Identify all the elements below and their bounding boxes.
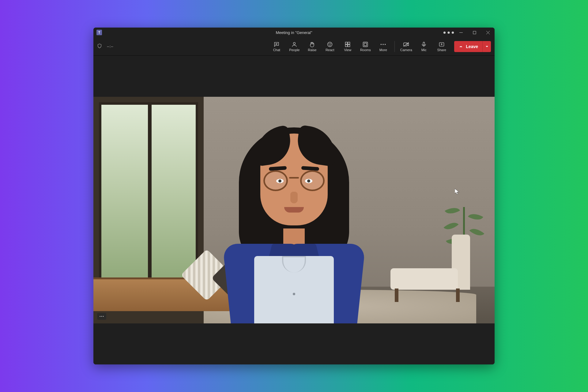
meeting-timer: --:-- — [107, 44, 113, 49]
titlebar: T Meeting in "General" — [93, 28, 495, 37]
participant-video-tile[interactable] — [93, 97, 495, 323]
toolbar-items: Chat People Raise React View Rooms — [268, 39, 491, 55]
svg-rect-22 — [404, 43, 407, 46]
toolbar-separator — [394, 41, 395, 52]
window-title: Meeting in "General" — [276, 30, 312, 35]
view-button[interactable]: View — [339, 39, 356, 55]
svg-point-9 — [293, 42, 296, 44]
svg-rect-15 — [345, 44, 348, 47]
meeting-toolbar: --:-- Chat People Raise React Vi — [93, 37, 495, 56]
video-stage — [93, 56, 495, 364]
camera-button[interactable]: Camera — [398, 39, 414, 55]
chat-button[interactable]: Chat — [268, 39, 285, 55]
people-label: People — [289, 48, 300, 52]
shield-icon[interactable] — [97, 43, 102, 49]
svg-point-11 — [329, 43, 330, 44]
tile-more-button[interactable] — [97, 313, 106, 320]
svg-rect-13 — [345, 42, 348, 44]
svg-rect-4 — [473, 31, 476, 34]
svg-point-0 — [443, 31, 446, 33]
leave-label: Leave — [466, 44, 478, 49]
minimize-button[interactable] — [454, 28, 468, 37]
avatar — [208, 115, 380, 323]
svg-rect-16 — [348, 44, 350, 47]
view-label: View — [344, 48, 351, 52]
rooms-label: Rooms — [360, 48, 371, 52]
svg-rect-24 — [423, 42, 425, 45]
mic-label: Mic — [421, 48, 427, 52]
svg-point-12 — [330, 43, 331, 44]
rooms-button[interactable]: Rooms — [357, 39, 374, 55]
svg-point-27 — [101, 316, 102, 317]
svg-point-21 — [385, 44, 386, 45]
window-controls — [443, 28, 495, 37]
leave-button-group: Leave — [454, 41, 491, 52]
svg-point-26 — [100, 316, 100, 317]
teams-app-icon: T — [96, 30, 102, 35]
chat-label: Chat — [273, 48, 280, 52]
svg-point-28 — [103, 316, 104, 317]
more-label: More — [379, 48, 387, 52]
mic-button[interactable]: Mic — [416, 39, 432, 55]
svg-point-1 — [447, 31, 450, 33]
share-label: Share — [437, 48, 446, 52]
svg-point-19 — [381, 44, 382, 45]
react-label: React — [326, 48, 334, 52]
raise-hand-button[interactable]: Raise — [304, 39, 320, 55]
camera-label: Camera — [400, 48, 412, 52]
svg-point-2 — [452, 31, 454, 33]
svg-rect-18 — [364, 43, 367, 45]
close-button[interactable] — [481, 28, 495, 37]
leave-dropdown-button[interactable] — [482, 41, 491, 52]
teams-meeting-window: T Meeting in "General" --:-- — [93, 28, 495, 364]
svg-rect-17 — [363, 42, 368, 47]
leave-button[interactable]: Leave — [454, 41, 482, 52]
svg-point-10 — [328, 42, 332, 47]
react-button[interactable]: React — [322, 39, 338, 55]
more-button[interactable]: More — [375, 39, 391, 55]
raise-label: Raise — [308, 48, 316, 52]
cursor-icon — [455, 189, 459, 195]
svg-rect-14 — [348, 42, 350, 44]
titlebar-more-button[interactable] — [443, 28, 454, 37]
people-button[interactable]: People — [286, 39, 303, 55]
maximize-button[interactable] — [468, 28, 481, 37]
share-button[interactable]: Share — [433, 39, 450, 55]
svg-point-20 — [383, 44, 384, 45]
meeting-status: --:-- — [97, 43, 113, 49]
